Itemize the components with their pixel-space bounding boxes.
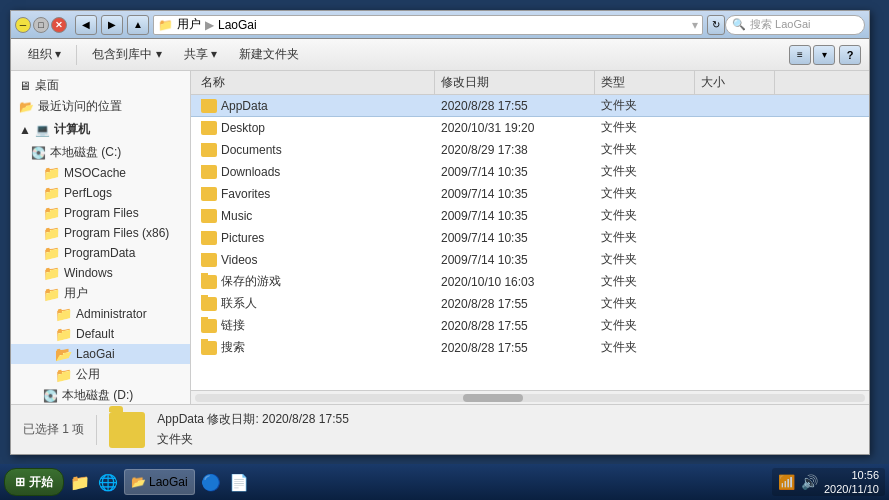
refresh-button[interactable]: ↻: [707, 15, 725, 35]
file-cell-name: Pictures: [195, 231, 435, 245]
table-row[interactable]: Desktop2020/10/31 19:20文件夹: [191, 117, 869, 139]
file-cell-date: 2020/8/29 17:38: [435, 143, 595, 157]
file-cell-name: 搜索: [195, 339, 435, 356]
sidebar-item-msocache[interactable]: 📁 MSOCache: [11, 163, 190, 183]
sidebar-item-programfiles[interactable]: 📁 Program Files: [11, 203, 190, 223]
file-name: Videos: [221, 253, 257, 267]
folder-icon-users: 📁: [43, 286, 60, 302]
table-row[interactable]: Music2009/7/14 10:35文件夹: [191, 205, 869, 227]
table-row[interactable]: 搜索2020/8/28 17:55文件夹: [191, 337, 869, 359]
folder-icon: [201, 165, 217, 179]
sidebar-item-default[interactable]: 📁 Default: [11, 324, 190, 344]
new-folder-button[interactable]: 新建文件夹: [230, 43, 308, 67]
table-row[interactable]: 保存的游戏2020/10/10 16:03文件夹: [191, 271, 869, 293]
table-row[interactable]: Documents2020/8/29 17:38文件夹: [191, 139, 869, 161]
taskbar-active-window[interactable]: 📂 LaoGai: [124, 469, 195, 495]
file-cell-name: Downloads: [195, 165, 435, 179]
table-row[interactable]: Videos2009/7/14 10:35文件夹: [191, 249, 869, 271]
file-cell-date: 2020/8/28 17:55: [435, 319, 595, 333]
share-button[interactable]: 共享 ▾: [175, 43, 226, 67]
table-row[interactable]: AppData2020/8/28 17:55文件夹: [191, 95, 869, 117]
address-bar[interactable]: 📁 用户 ▶ LaoGai ▾: [153, 15, 703, 35]
taskbar-icon-folder[interactable]: 📁: [68, 470, 92, 494]
sidebar-label-c: 本地磁盘 (C:): [50, 144, 121, 161]
sidebar-label-d: 本地磁盘 (D:): [62, 387, 133, 404]
sidebar-item-laogai[interactable]: 📂 LaoGai: [11, 344, 190, 364]
file-cell-type: 文件夹: [595, 317, 695, 334]
title-bar-left: ─ □ ✕ ◀ ▶ ▲ 📁 用户 ▶ LaoGai ▾ ↻: [15, 15, 725, 35]
search-box[interactable]: 🔍 搜索 LaoGai: [725, 15, 865, 35]
view-buttons: ≡ ▾: [789, 45, 835, 65]
file-name: Downloads: [221, 165, 280, 179]
sidebar-label-win: Windows: [64, 266, 113, 280]
sidebar-item-users[interactable]: 📁 用户: [11, 283, 190, 304]
sidebar-label-users: 用户: [64, 285, 88, 302]
status-item-detail: 修改日期: 2020/8/28 17:55: [207, 412, 348, 426]
sidebar-item-admin[interactable]: 📁 Administrator: [11, 304, 190, 324]
file-name: Favorites: [221, 187, 270, 201]
windows-icon: ⊞: [15, 475, 25, 489]
table-row[interactable]: 联系人2020/8/28 17:55文件夹: [191, 293, 869, 315]
col-header-name[interactable]: 名称: [195, 71, 435, 94]
forward-button[interactable]: ▶: [101, 15, 123, 35]
sidebar: 🖥 桌面 📂 最近访问的位置 ▲ 💻 计算机 💽 本地磁盘 (C:) 📁 MSO…: [11, 71, 191, 404]
sidebar-computer-label: 计算机: [54, 121, 90, 138]
sidebar-label-pf: Program Files: [64, 206, 139, 220]
taskbar-icon-ie[interactable]: 🌐: [96, 470, 120, 494]
folder-icon-msocache: 📁: [43, 165, 60, 181]
sidebar-item-recent[interactable]: 📂 最近访问的位置: [11, 96, 190, 117]
start-button[interactable]: ⊞ 开始: [4, 468, 64, 496]
maximize-button[interactable]: □: [33, 17, 49, 33]
sidebar-item-d[interactable]: 💽 本地磁盘 (D:): [11, 385, 190, 404]
sidebar-item-public[interactable]: 📁 公用: [11, 364, 190, 385]
folder-icon: [201, 99, 217, 113]
minimize-button[interactable]: ─: [15, 17, 31, 33]
column-headers: 名称 修改日期 类型 大小: [191, 71, 869, 95]
taskbar-icon-notepad[interactable]: 📄: [227, 470, 251, 494]
table-row[interactable]: Favorites2009/7/14 10:35文件夹: [191, 183, 869, 205]
computer-icon: 💻: [35, 123, 50, 137]
address-arrow: ▾: [692, 18, 698, 32]
folder-icon-public: 📁: [55, 367, 72, 383]
status-folder-icon: [109, 412, 145, 448]
triangle-icon: ▲: [19, 123, 31, 137]
sidebar-item-c[interactable]: 💽 本地磁盘 (C:): [11, 142, 190, 163]
table-row[interactable]: Pictures2009/7/14 10:35文件夹: [191, 227, 869, 249]
folder-icon: [201, 319, 217, 333]
sidebar-item-windows[interactable]: 📁 Windows: [11, 263, 190, 283]
col-header-type[interactable]: 类型: [595, 71, 695, 94]
table-row[interactable]: 链接2020/8/28 17:55文件夹: [191, 315, 869, 337]
sidebar-item-perflogs[interactable]: 📁 PerfLogs: [11, 183, 190, 203]
table-row[interactable]: Downloads2009/7/14 10:35文件夹: [191, 161, 869, 183]
organize-button[interactable]: 组织 ▾: [19, 43, 70, 67]
file-name: AppData: [221, 99, 268, 113]
sidebar-computer-group[interactable]: ▲ 💻 计算机: [11, 117, 190, 142]
file-cell-type: 文件夹: [595, 141, 695, 158]
view-details-button[interactable]: ▾: [813, 45, 835, 65]
add-to-library-button[interactable]: 包含到库中 ▾: [83, 43, 170, 67]
file-name: 搜索: [221, 339, 245, 356]
explorer-window: ─ □ ✕ ◀ ▶ ▲ 📁 用户 ▶ LaoGai ▾ ↻ 🔍 搜索 LaoGa…: [10, 10, 870, 455]
desktop-icon: 🖥: [19, 79, 31, 93]
hscroll-bar[interactable]: [191, 390, 869, 404]
toolbar: 组织 ▾ 包含到库中 ▾ 共享 ▾ 新建文件夹 ≡ ▾ ?: [11, 39, 869, 71]
col-header-size[interactable]: 大小: [695, 71, 775, 94]
up-button[interactable]: ▲: [127, 15, 149, 35]
sidebar-item-programdata[interactable]: 📁 ProgramData: [11, 243, 190, 263]
file-name: 链接: [221, 317, 245, 334]
help-button[interactable]: ?: [839, 45, 861, 65]
sidebar-item-programfiles-x86[interactable]: 📁 Program Files (x86): [11, 223, 190, 243]
folder-icon: [201, 121, 217, 135]
view-list-button[interactable]: ≡: [789, 45, 811, 65]
sidebar-label-perflogs: PerfLogs: [64, 186, 112, 200]
sidebar-item-desktop[interactable]: 🖥 桌面: [11, 75, 190, 96]
address-sep: ▶: [205, 18, 214, 32]
col-header-date[interactable]: 修改日期: [435, 71, 595, 94]
file-cell-type: 文件夹: [595, 119, 695, 136]
status-bar: 已选择 1 项 AppData 修改日期: 2020/8/28 17:55 文件…: [11, 404, 869, 454]
file-cell-name: 联系人: [195, 295, 435, 312]
back-button[interactable]: ◀: [75, 15, 97, 35]
taskbar-icon-chrome[interactable]: 🔵: [199, 470, 223, 494]
close-button[interactable]: ✕: [51, 17, 67, 33]
system-tray: 📶 🔊 10:56 2020/11/10: [772, 468, 885, 496]
